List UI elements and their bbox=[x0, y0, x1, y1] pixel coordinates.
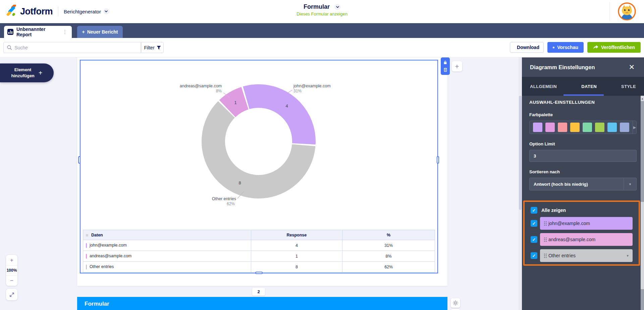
palette-swatch[interactable] bbox=[583, 123, 592, 132]
play-icon bbox=[553, 45, 554, 50]
gear-icon bbox=[453, 300, 458, 306]
segment-value: 8 bbox=[238, 180, 241, 185]
report-page-2: Formular bbox=[77, 297, 447, 310]
add-element-inline-button[interactable]: + bbox=[452, 61, 462, 72]
highlighted-selection-box: ✓ Alle zeigen ✓ john@example.com ✓ andre… bbox=[523, 201, 640, 266]
segment-percent: 31% bbox=[293, 89, 302, 93]
item-checkbox[interactable]: ✓ bbox=[531, 236, 537, 243]
series-item-row: ✓ john@example.com bbox=[531, 217, 639, 230]
avatar[interactable] bbox=[618, 2, 636, 20]
palette-swatch[interactable] bbox=[558, 123, 567, 132]
series-item[interactable]: andreas@sample.com bbox=[540, 233, 633, 246]
series-item-label: andreas@sample.com bbox=[548, 237, 629, 242]
palette-swatch[interactable] bbox=[533, 123, 542, 132]
palette-swatch[interactable] bbox=[570, 123, 580, 132]
chevron-down-icon[interactable]: ▾ bbox=[627, 254, 629, 258]
chevron-down-icon bbox=[336, 6, 339, 8]
tab-unbenannter-report[interactable]: Unbenannter Report ⋮ bbox=[4, 26, 72, 38]
segment-percent: 62% bbox=[227, 202, 235, 206]
sort-label: Sortieren nach bbox=[529, 169, 637, 174]
show-all-checkbox[interactable]: ✓ bbox=[531, 207, 537, 214]
check-icon: ✓ bbox=[532, 221, 536, 226]
segment-label: andreas@sample.com bbox=[180, 84, 222, 88]
search-input[interactable] bbox=[14, 45, 137, 50]
row-color-bar bbox=[86, 254, 87, 259]
kebab-menu-icon[interactable]: ⋮ bbox=[61, 29, 68, 35]
table-header-row: Daten Response % bbox=[83, 230, 435, 240]
palette-label: Farbpalette bbox=[529, 112, 637, 117]
column-header: Daten bbox=[91, 233, 103, 237]
preview-button[interactable]: Vorschau bbox=[547, 42, 584, 53]
new-report-button[interactable]: + Neuer Bericht bbox=[77, 26, 123, 38]
plus-icon: + bbox=[82, 29, 85, 35]
series-item[interactable]: john@example.com bbox=[540, 217, 633, 230]
view-form-link[interactable]: Dieses Formular anzeigen bbox=[297, 11, 347, 16]
table-row: Other entries 8 62% bbox=[83, 262, 435, 272]
expand-icon bbox=[9, 292, 14, 297]
color-palette: ▶ bbox=[529, 121, 637, 134]
row-label: john@example.com bbox=[90, 243, 127, 248]
row-label: andreas@sample.com bbox=[90, 254, 131, 258]
zoom-in-button[interactable]: + bbox=[6, 255, 17, 265]
plus-icon: + bbox=[39, 69, 43, 77]
sort-dropdown[interactable]: Antwort (hoch bis niedrig) ▾ bbox=[529, 178, 637, 190]
panel-scrollbar-thumb[interactable] bbox=[641, 202, 644, 289]
trash-icon[interactable] bbox=[443, 68, 447, 72]
tab-daten[interactable]: DATEN bbox=[581, 84, 597, 89]
resize-handle-right[interactable] bbox=[437, 156, 439, 164]
donut-segments bbox=[195, 77, 323, 206]
leader-line bbox=[286, 90, 292, 94]
lock-icon[interactable] bbox=[443, 60, 447, 64]
drag-handle-icon bbox=[544, 237, 545, 238]
palette-swatch[interactable] bbox=[620, 123, 629, 132]
toolbar: Filter Download Vorschau Veröffentlichen bbox=[0, 38, 644, 57]
item-checkbox[interactable]: ✓ bbox=[531, 252, 537, 259]
drag-handle-icon bbox=[544, 254, 545, 255]
report-tab-bar: Unbenannter Report ⋮ + Neuer Bericht bbox=[0, 23, 644, 38]
series-item-row: ✓ Other entries ▾ bbox=[531, 249, 639, 262]
tab-allgemein[interactable]: ALLGEMEIN bbox=[530, 84, 557, 89]
canvas-scrollbar-thumb[interactable] bbox=[519, 96, 522, 210]
fullscreen-button[interactable] bbox=[6, 289, 17, 300]
search-icon bbox=[7, 45, 12, 50]
panel-content: AUSWAHL-EINSTELLUNGEN Farbpalette ▶ Opti… bbox=[522, 100, 644, 190]
form-title: Formular bbox=[304, 3, 330, 10]
add-element-button[interactable]: Element hinzufügen + bbox=[0, 63, 54, 82]
close-icon[interactable]: ✕ bbox=[627, 62, 636, 72]
option-limit-label: Option Limit bbox=[529, 141, 637, 146]
add-element-label-line2: hinzufügen bbox=[11, 73, 34, 78]
segment-label: Other entries bbox=[212, 196, 236, 201]
palette-swatch[interactable] bbox=[595, 123, 604, 132]
segment-value: 4 bbox=[285, 103, 288, 108]
row-response: 8 bbox=[251, 262, 342, 272]
form-section-header[interactable]: Formular bbox=[77, 297, 447, 310]
series-item[interactable]: Other entries ▾ bbox=[540, 249, 633, 262]
tab-style[interactable]: STYLE bbox=[621, 84, 636, 89]
active-tab-underline bbox=[564, 94, 604, 96]
drag-handle-icon bbox=[86, 234, 88, 236]
section-settings-button[interactable] bbox=[451, 298, 460, 308]
option-limit-input[interactable] bbox=[529, 150, 637, 162]
table-row: john@example.com 4 31% bbox=[83, 240, 435, 251]
segment-value: 1 bbox=[234, 100, 236, 105]
show-all-row: ✓ Alle zeigen bbox=[531, 207, 639, 214]
download-button[interactable]: Download bbox=[510, 42, 544, 53]
chart-settings-panel: Diagramm Einstellungen ✕ ALLGEMEIN DATEN… bbox=[522, 57, 644, 310]
search-box[interactable] bbox=[3, 42, 141, 53]
row-percent: 8% bbox=[342, 251, 435, 262]
publish-button[interactable]: Veröffentlichen bbox=[587, 42, 641, 53]
palette-swatch[interactable] bbox=[607, 123, 617, 132]
segment-percent: 8% bbox=[216, 89, 222, 93]
resize-handle-bottom[interactable] bbox=[255, 272, 263, 274]
series-item-row: ✓ andreas@sample.com bbox=[531, 233, 639, 246]
resize-handle-left[interactable] bbox=[78, 156, 80, 164]
palette-swatch[interactable] bbox=[545, 123, 555, 132]
zoom-out-button[interactable]: − bbox=[6, 275, 17, 286]
palette-next-button[interactable]: ▶ bbox=[633, 121, 636, 134]
item-checkbox[interactable]: ✓ bbox=[531, 220, 537, 227]
filter-button[interactable]: Filter bbox=[141, 42, 164, 53]
form-dropdown[interactable] bbox=[334, 4, 340, 10]
element-actions-pill bbox=[441, 57, 450, 75]
column-header: % bbox=[342, 230, 435, 240]
scroll-up-button[interactable]: ▲ bbox=[641, 96, 644, 101]
